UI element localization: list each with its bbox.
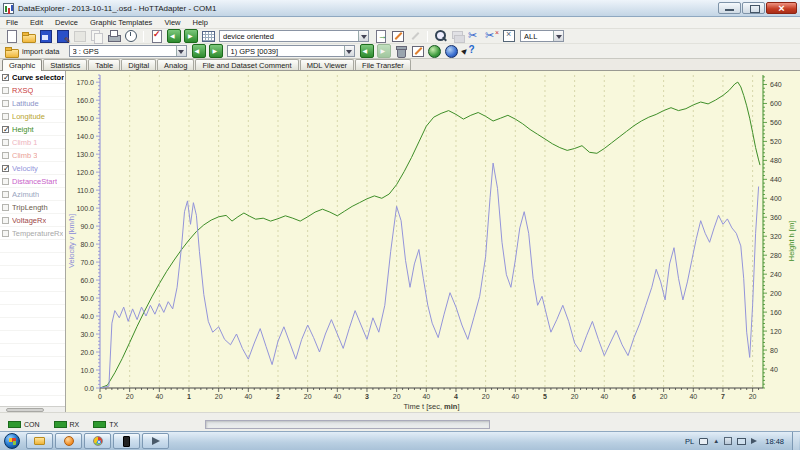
menu-graphic-templates[interactable]: Graphic Templates [84, 18, 158, 27]
curve-item-temperaturerx[interactable]: TemperatureRx [0, 227, 65, 240]
tab-statistics[interactable]: Statistics [43, 59, 87, 70]
new-icon[interactable] [4, 29, 19, 43]
curve-checkbox-latitude[interactable] [2, 100, 9, 107]
layers-icon [450, 29, 465, 43]
previous-record-set-icon[interactable] [191, 44, 206, 58]
curve-item-distancestart[interactable]: DistanceStart [0, 175, 65, 188]
svg-text:40: 40 [244, 393, 252, 400]
record-combo[interactable]: 1) GPS [0039] [227, 45, 355, 57]
curve-item-height[interactable]: Height [0, 123, 65, 136]
curve-checkbox-climb-1[interactable] [2, 139, 9, 146]
channel-combo[interactable]: ALL [520, 30, 564, 42]
help-icon[interactable] [461, 44, 476, 58]
curve-checkbox-triplength[interactable] [2, 204, 9, 211]
tab-digital[interactable]: Digital [121, 59, 156, 70]
indicator-con: CON [8, 421, 40, 428]
edit-icon[interactable] [390, 29, 405, 43]
keyboard-icon[interactable] [699, 438, 708, 445]
combo-dropdown-arrow[interactable] [344, 46, 354, 56]
tab-graphic[interactable]: Graphic [2, 59, 42, 71]
curve-item-latitude[interactable]: Latitude [0, 97, 65, 110]
check-icon[interactable] [149, 29, 164, 43]
curve-checkbox-longitude[interactable] [2, 113, 9, 120]
taskbar-button-chrome[interactable] [84, 433, 111, 449]
tray-expand-icon[interactable]: ▲ [713, 438, 719, 444]
curve-checkbox-distancestart[interactable] [2, 178, 9, 185]
globe-blue-icon[interactable] [444, 44, 459, 58]
tab-file-and-dataset-comment[interactable]: File and Dataset Comment [195, 59, 298, 70]
taskbar-button-media[interactable] [55, 433, 82, 449]
trash-icon[interactable] [393, 44, 408, 58]
taskbar-button-app[interactable] [142, 433, 169, 449]
taskbar: PL▲18:48 [0, 431, 800, 450]
clock-icon[interactable] [123, 29, 138, 43]
tab-table[interactable]: Table [88, 59, 120, 70]
saveas-icon[interactable] [55, 29, 70, 43]
svg-text:400: 400 [770, 195, 782, 202]
minimize-button[interactable] [718, 2, 741, 14]
tray-app-icon[interactable] [724, 437, 732, 445]
curve-item-climb-3[interactable]: Climb 3 [0, 149, 65, 162]
table-icon[interactable] [200, 29, 215, 43]
combo-value: device oriented [223, 32, 356, 41]
cut1-icon[interactable] [467, 29, 482, 43]
curve-checkbox-height[interactable] [2, 126, 9, 133]
export-icon[interactable] [373, 29, 388, 43]
curve-checkbox-climb-3[interactable] [2, 152, 9, 159]
previous-device-icon[interactable] [166, 29, 181, 43]
curve-item-velocity[interactable]: Velocity [0, 162, 65, 175]
taskbar-button-explorer[interactable] [26, 433, 53, 449]
tab-analog[interactable]: Analog [157, 59, 194, 70]
start-button[interactable] [4, 433, 20, 449]
menu-help[interactable]: Help [187, 18, 214, 27]
globe-green-icon[interactable] [427, 44, 442, 58]
maximize-button[interactable] [742, 2, 765, 14]
combo-dropdown-arrow[interactable] [358, 31, 368, 41]
svg-text:10.0: 10.0 [80, 367, 94, 374]
svg-text:5: 5 [543, 393, 547, 400]
curve-checkbox-temperaturerx[interactable] [2, 230, 9, 237]
curve-item-azimuth[interactable]: Azimuth [0, 188, 65, 201]
tab-file-transfer[interactable]: File Transfer [355, 59, 411, 70]
taskbar-button-dark[interactable] [113, 433, 140, 449]
svg-text:200: 200 [770, 290, 782, 297]
curve-item-voltagerx[interactable]: VoltageRx [0, 214, 65, 227]
zoom-icon[interactable] [433, 29, 448, 43]
open-icon[interactable] [21, 29, 36, 43]
show-desktop-button[interactable] [792, 432, 799, 450]
combo-dropdown-arrow[interactable] [176, 46, 186, 56]
menu-file[interactable]: File [0, 18, 24, 27]
next-device-icon[interactable] [183, 29, 198, 43]
menu-edit[interactable]: Edit [24, 18, 49, 27]
main-area: Curve selectorRXSQLatitudeLongitudeHeigh… [0, 71, 800, 412]
combo-dropdown-arrow[interactable] [553, 31, 563, 41]
save-icon[interactable] [38, 29, 53, 43]
edit2-icon[interactable] [410, 44, 425, 58]
curve-selector-checkbox[interactable] [2, 74, 9, 81]
previous-record-icon[interactable] [359, 44, 374, 58]
language-indicator[interactable]: PL [685, 437, 694, 446]
next-record-set-icon[interactable] [208, 44, 223, 58]
menu-view[interactable]: View [158, 18, 186, 27]
import-icon[interactable] [4, 44, 19, 58]
device-orientation-combo[interactable]: device oriented [219, 30, 369, 42]
close-button[interactable] [766, 2, 797, 14]
curve-item-longitude[interactable]: Longitude [0, 110, 65, 123]
print-icon[interactable] [106, 29, 121, 43]
curve-item-rxsq[interactable]: RXSQ [0, 84, 65, 97]
port-combo[interactable]: 3 : GPS [69, 45, 187, 57]
curve-item-triplength[interactable]: TripLength [0, 201, 65, 214]
menu-device[interactable]: Device [49, 18, 84, 27]
curve-checkbox-voltagerx[interactable] [2, 217, 9, 224]
curve-checkbox-rxsq[interactable] [2, 87, 9, 94]
curve-checkbox-azimuth[interactable] [2, 191, 9, 198]
volume-icon[interactable] [751, 438, 757, 444]
fit-icon[interactable] [501, 29, 516, 43]
curve-item-climb-1[interactable]: Climb 1 [0, 136, 65, 149]
network-icon[interactable] [737, 438, 746, 445]
curve-checkbox-velocity[interactable] [2, 165, 9, 172]
curve-selector-header[interactable]: Curve selector [0, 71, 65, 84]
cut2-icon[interactable] [484, 29, 499, 43]
tab-mdl-viewer[interactable]: MDL Viewer [300, 59, 354, 70]
chart-area[interactable]: 020401204022040320404204052040620407200.… [66, 71, 800, 412]
